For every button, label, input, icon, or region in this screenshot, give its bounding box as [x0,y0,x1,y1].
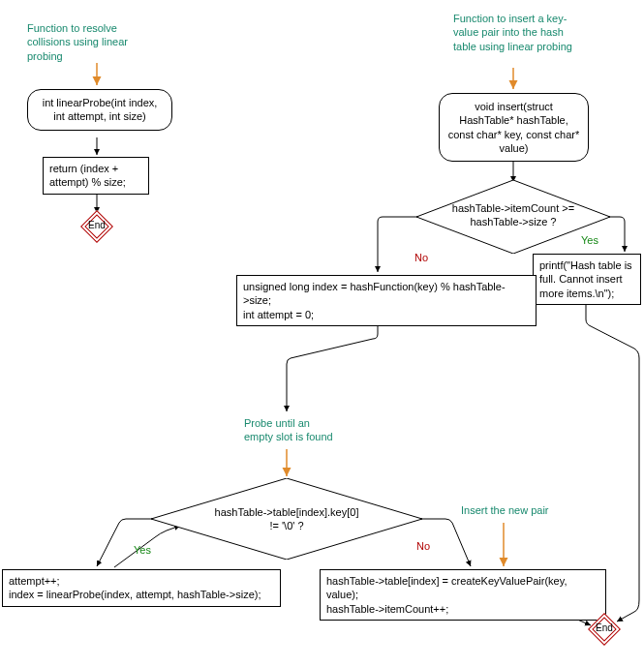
stmt-return-linearprobe: return (index + attempt) % size; [43,157,149,195]
decision-slot-text: hashTable->table[index].key[0] != '\0' ? [209,505,364,533]
comment-insert: Function to insert a key-value pair into… [453,12,589,53]
stmt-init-index: unsigned long index = hashFunction(key) … [236,275,537,326]
edge-label-no: No [416,540,430,552]
end-node-linearprobe: End [85,215,108,238]
func-signature-insert: void insert(struct HashTable* hashTable,… [439,93,589,162]
decision-slot-occupied: hashTable->table[index].key[0] != '\0' ? [151,478,422,560]
comment-insert-pair: Insert the new pair [461,503,567,517]
edge-label-no: No [414,252,428,263]
end-label: End [590,622,619,633]
end-node-insert: End [593,618,616,641]
comment-probe-loop: Probe until an empty slot is found [244,416,341,444]
end-label: End [82,220,111,230]
edge-label-yes: Yes [134,544,151,556]
stmt-full-print: printf("Hash table is full. Cannot inser… [533,254,641,305]
edge-label-yes: Yes [581,234,598,246]
stmt-insert-pair: hashTable->table[index] = createKeyValue… [320,569,606,621]
comment-linearprobe: Function to resolve collisions using lin… [27,21,158,63]
decision-hashfull-text: hashTable->itemCount >= hashTable->size … [445,201,581,229]
stmt-loop-body: attempt++; index = linearProbe(index, at… [2,569,281,607]
func-signature-linearprobe: int linearProbe(int index, int attempt, … [27,89,172,131]
